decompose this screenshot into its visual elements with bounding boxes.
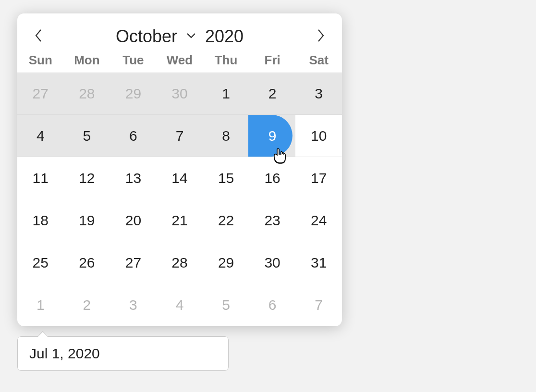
calendar-day[interactable]: 16 <box>249 157 296 199</box>
day-number: 9 <box>268 128 277 144</box>
weekday-header: Thu <box>203 53 249 68</box>
day-number: 22 <box>218 212 234 229</box>
calendar-day[interactable]: 15 <box>203 157 249 199</box>
day-number: 26 <box>79 255 95 271</box>
calendar-day[interactable]: 21 <box>157 199 203 242</box>
calendar-day[interactable]: 30 <box>157 73 203 114</box>
day-number: 5 <box>83 128 91 144</box>
day-number: 20 <box>125 212 141 229</box>
month-year-title: October 2020 <box>50 26 309 47</box>
calendar-day[interactable]: 30 <box>249 242 296 284</box>
calendar-day[interactable]: 6 <box>249 284 296 326</box>
day-number: 11 <box>33 170 49 186</box>
calendar-week-row: 25262728293031 <box>17 242 342 284</box>
calendar-day[interactable]: 1 <box>17 284 64 326</box>
calendar-day[interactable]: 6 <box>110 115 157 157</box>
calendar-day[interactable]: 7 <box>295 284 342 326</box>
day-number: 2 <box>268 86 277 102</box>
calendar-day[interactable]: 2 <box>64 284 110 326</box>
calendar-day[interactable]: 28 <box>157 242 203 284</box>
calendar-week-row: 18192021222324 <box>17 199 342 242</box>
calendar-day[interactable]: 17 <box>295 157 342 199</box>
calendar-day[interactable]: 4 <box>157 284 203 326</box>
calendar-day[interactable]: 14 <box>157 157 203 199</box>
calendar-day[interactable]: 5 <box>64 115 110 157</box>
calendar-day[interactable]: 20 <box>110 199 157 242</box>
calendar-week-row: 45678910 <box>17 115 342 157</box>
calendar-grid: 2728293012345678910111213141516171819202… <box>17 73 342 326</box>
date-input[interactable] <box>17 336 229 371</box>
day-number: 7 <box>176 128 184 144</box>
weekday-header: Tue <box>110 53 157 68</box>
calendar-day[interactable]: 4 <box>17 115 64 157</box>
month-select[interactable]: October <box>116 26 196 47</box>
calendar-day[interactable]: 29 <box>203 242 249 284</box>
day-number: 27 <box>33 86 49 102</box>
day-number: 4 <box>37 128 45 144</box>
day-number: 3 <box>315 86 323 102</box>
calendar-day[interactable]: 27 <box>17 73 64 114</box>
day-number: 27 <box>125 255 141 271</box>
day-number: 28 <box>171 255 187 271</box>
next-month-button[interactable] <box>309 25 332 48</box>
weekday-header: Mon <box>64 53 110 68</box>
weekday-header: Wed <box>157 53 203 68</box>
day-number: 5 <box>222 297 230 313</box>
day-number: 25 <box>33 255 49 271</box>
calendar-day[interactable]: 24 <box>295 199 342 242</box>
prev-month-button[interactable] <box>27 25 50 48</box>
day-number: 31 <box>311 255 327 271</box>
calendar-day[interactable]: 7 <box>157 115 203 157</box>
calendar-day[interactable]: 10 <box>295 115 342 157</box>
day-number: 2 <box>83 297 91 313</box>
calendar-day[interactable]: 11 <box>17 157 64 199</box>
calendar-day[interactable]: 3 <box>110 284 157 326</box>
month-label: October <box>116 26 177 47</box>
calendar-day[interactable]: 13 <box>110 157 157 199</box>
calendar-day[interactable]: 31 <box>295 242 342 284</box>
day-number: 1 <box>37 297 45 313</box>
day-number: 21 <box>171 212 187 229</box>
calendar-day[interactable]: 26 <box>64 242 110 284</box>
calendar-day[interactable]: 18 <box>17 199 64 242</box>
popover-arrow-icon <box>37 331 48 337</box>
day-number: 29 <box>125 86 141 102</box>
calendar-day[interactable]: 28 <box>64 73 110 114</box>
calendar-day[interactable]: 23 <box>249 199 296 242</box>
calendar-day[interactable]: 19 <box>64 199 110 242</box>
day-number: 6 <box>268 297 277 313</box>
calendar-day[interactable]: 27 <box>110 242 157 284</box>
calendar-day[interactable]: 5 <box>203 284 249 326</box>
weekday-header-row: Sun Mon Tue Wed Thu Fri Sat <box>17 52 342 73</box>
day-number: 17 <box>311 170 327 186</box>
day-number: 7 <box>315 297 323 313</box>
day-number: 30 <box>264 255 280 271</box>
day-number: 28 <box>79 86 95 102</box>
calendar-header: October 2020 <box>17 13 342 52</box>
calendar-day[interactable]: 1 <box>203 73 249 114</box>
day-number: 30 <box>171 86 187 102</box>
calendar-week-row: 11121314151617 <box>17 157 342 199</box>
calendar-day[interactable]: 25 <box>17 242 64 284</box>
day-number: 4 <box>176 297 184 313</box>
day-number: 29 <box>218 255 234 271</box>
day-number: 15 <box>218 170 234 186</box>
calendar-day[interactable]: 22 <box>203 199 249 242</box>
day-number: 6 <box>129 128 137 144</box>
chevron-right-icon <box>317 28 325 45</box>
weekday-header: Sat <box>295 53 342 68</box>
weekday-header: Fri <box>249 53 296 68</box>
calendar-day[interactable]: 9 <box>249 115 296 157</box>
day-number: 10 <box>311 128 327 144</box>
calendar-day[interactable]: 8 <box>203 115 249 157</box>
calendar-day[interactable]: 29 <box>110 73 157 114</box>
day-number: 12 <box>79 170 95 186</box>
calendar-day[interactable]: 12 <box>64 157 110 199</box>
date-input-container <box>17 336 229 371</box>
year-label[interactable]: 2020 <box>205 26 244 47</box>
day-number: 13 <box>125 170 141 186</box>
day-number: 3 <box>129 297 137 313</box>
calendar-week-row: 1234567 <box>17 284 342 326</box>
calendar-day[interactable]: 2 <box>249 73 296 114</box>
calendar-day[interactable]: 3 <box>295 73 342 114</box>
